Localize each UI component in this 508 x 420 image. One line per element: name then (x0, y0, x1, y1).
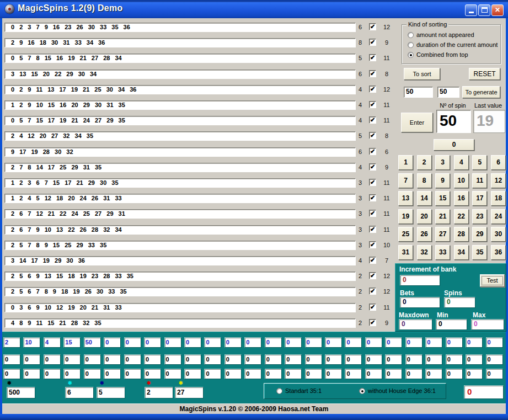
number-button-22[interactable]: 22 (454, 209, 469, 224)
number-button-32[interactable]: 32 (417, 245, 432, 260)
to-generate-button[interactable]: To generate (462, 86, 500, 98)
number-button-28[interactable]: 28 (454, 227, 469, 242)
number-button-9[interactable]: 9 (435, 173, 450, 188)
bet-field[interactable]: 0 (104, 337, 121, 348)
bet-field[interactable]: 0 (224, 369, 242, 379)
bet-field[interactable]: 0 (144, 337, 161, 348)
spin-sequence-field[interactable]: 0 2 9 11 13 17 19 21 25 30 34 36 (4, 85, 356, 94)
bet-field[interactable]: 0 (124, 354, 141, 365)
bet-field[interactable]: 0 (124, 369, 141, 379)
number-button-2[interactable]: 2 (417, 155, 432, 170)
row-checkbox[interactable]: ✔ (369, 39, 376, 46)
bet-field[interactable]: 0 (425, 337, 442, 348)
bet-field[interactable]: 0 (385, 354, 402, 365)
bet-field[interactable]: 0 (486, 337, 503, 348)
spin-sequence-field[interactable]: 2 5 6 7 8 9 18 19 26 30 33 35 (4, 287, 356, 296)
bet-field[interactable]: 0 (345, 354, 362, 365)
row-checkbox[interactable]: ✔ (369, 54, 376, 61)
bet-field[interactable]: 2 (3, 337, 20, 348)
spin-sequence-field[interactable]: 0 5 7 8 15 16 19 21 27 28 34 (4, 54, 356, 63)
spin-sequence-field[interactable]: 1 2 3 6 7 15 17 21 29 30 35 (4, 178, 356, 188)
number-button-4[interactable]: 4 (454, 155, 469, 170)
bet-field[interactable]: 0 (325, 369, 342, 379)
bet-field[interactable]: 0 (405, 337, 423, 348)
spin-sequence-field[interactable]: 3 13 15 20 22 29 30 34 (4, 70, 356, 79)
close-button[interactable]: ✕ (491, 4, 504, 16)
spin-sequence-field[interactable]: 3 14 17 19 29 30 36 (4, 256, 356, 265)
bet-field[interactable]: 0 (124, 337, 141, 348)
bet-field[interactable]: 0 (84, 354, 101, 365)
bet-field[interactable]: 0 (3, 369, 20, 379)
generate-count-field-2[interactable]: 50 (437, 87, 459, 98)
spin-sequence-field[interactable]: 2 7 8 14 17 25 29 31 35 (4, 163, 356, 172)
bet-field[interactable]: 0 (265, 337, 282, 348)
marker-value-field[interactable]: 500 (7, 387, 35, 398)
number-button-36[interactable]: 36 (491, 245, 506, 260)
number-button-27[interactable]: 27 (435, 227, 450, 242)
row-checkbox[interactable]: ✔ (369, 304, 376, 311)
spins-field[interactable]: 0 (444, 297, 475, 308)
spin-sequence-field[interactable]: 2 6 7 9 10 13 22 26 28 32 34 (4, 225, 356, 235)
bet-field[interactable]: 0 (224, 337, 242, 348)
row-checkbox[interactable]: ✔ (369, 148, 376, 155)
bet-field[interactable]: 0 (204, 369, 221, 379)
spin-sequence-field[interactable]: 2 6 7 12 21 22 24 25 27 29 31 (4, 209, 356, 219)
bet-field[interactable]: 0 (285, 354, 302, 365)
bet-field[interactable]: 0 (265, 369, 282, 379)
marker-value-field[interactable]: 6 (65, 387, 94, 398)
bet-field[interactable]: 0 (224, 354, 242, 365)
bets-field[interactable]: 0 (400, 297, 440, 308)
number-button-18[interactable]: 18 (491, 191, 506, 206)
number-button-25[interactable]: 25 (398, 227, 413, 242)
number-button-24[interactable]: 24 (491, 209, 506, 224)
bet-field[interactable]: 0 (204, 337, 221, 348)
bet-field[interactable]: 0 (204, 354, 221, 365)
row-checkbox[interactable]: ✔ (369, 194, 376, 201)
bet-field[interactable]: 0 (164, 369, 181, 379)
spin-sequence-field[interactable]: 2 5 6 9 13 15 18 19 23 28 33 35 (4, 272, 356, 281)
spin-sequence-field[interactable]: 1 2 4 5 12 18 20 24 26 31 33 (4, 194, 356, 203)
bet-field[interactable]: 0 (104, 354, 121, 365)
bet-field[interactable]: 0 (184, 354, 201, 365)
number-button-15[interactable]: 15 (435, 191, 450, 206)
row-checkbox[interactable]: ✔ (369, 226, 376, 233)
bet-field[interactable]: 0 (184, 369, 201, 379)
bet-field[interactable]: 0 (325, 337, 342, 348)
bet-field[interactable]: 0 (84, 369, 101, 379)
increment-field[interactable]: 0 (400, 275, 440, 286)
number-button-29[interactable]: 29 (472, 227, 487, 242)
bet-field[interactable]: 0 (63, 354, 81, 365)
bet-field[interactable]: 0 (3, 354, 20, 365)
bet-field[interactable]: 0 (164, 354, 181, 365)
row-checkbox[interactable]: ✔ (369, 132, 376, 139)
bet-field[interactable]: 0 (305, 337, 322, 348)
row-checkbox[interactable]: ✔ (369, 179, 376, 186)
row-checkbox[interactable]: ✔ (369, 210, 376, 217)
bet-field[interactable]: 0 (405, 354, 423, 365)
min-field[interactable]: 0 (436, 319, 467, 330)
to-sort-button[interactable]: To sort (404, 68, 440, 80)
spin-sequence-field[interactable]: 4 8 9 11 15 21 28 32 35 (4, 318, 356, 328)
number-button-31[interactable]: 31 (398, 245, 413, 260)
spin-sequence-field[interactable]: 9 17 19 28 30 32 (4, 147, 356, 157)
bet-field[interactable]: 0 (365, 354, 382, 365)
number-button-13[interactable]: 13 (398, 191, 413, 206)
number-button-21[interactable]: 21 (435, 209, 450, 224)
number-button-14[interactable]: 14 (417, 191, 432, 206)
reset-button[interactable]: RESET (469, 68, 500, 80)
bet-field[interactable]: 0 (466, 369, 483, 379)
number-button-8[interactable]: 8 (417, 173, 432, 188)
result-field[interactable]: 0 (464, 385, 504, 399)
bet-field[interactable]: 0 (244, 337, 261, 348)
row-checkbox[interactable]: ✔ (369, 272, 376, 279)
spin-sequence-field[interactable]: 2 9 16 18 30 31 33 34 36 (4, 38, 356, 47)
maximize-button[interactable] (478, 4, 490, 16)
bet-field[interactable]: 0 (285, 337, 302, 348)
bet-field[interactable]: 0 (365, 369, 382, 379)
minimize-button[interactable] (465, 4, 477, 16)
marker-value-field[interactable]: 2 (145, 387, 173, 398)
spin-sequence-field[interactable]: 0 2 3 7 9 16 23 26 30 33 35 36 (4, 23, 356, 32)
sorting-option[interactable]: duration of the current amount (408, 41, 498, 49)
bet-field[interactable]: 0 (466, 337, 483, 348)
bet-field[interactable]: 0 (265, 354, 282, 365)
